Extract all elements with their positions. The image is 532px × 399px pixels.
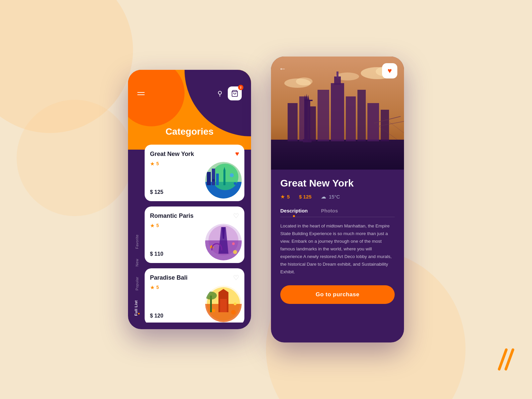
back-button[interactable]: ← xyxy=(279,65,286,73)
topbar-right: ⚲ 2 xyxy=(217,86,242,100)
meta-star-icon: ★ xyxy=(280,194,285,200)
slash-decoration xyxy=(500,348,512,372)
header-background xyxy=(128,70,251,150)
svg-point-30 xyxy=(231,310,236,315)
svg-point-10 xyxy=(212,179,215,182)
detail-meta: ★ 5 $ 125 ☁ 15°C xyxy=(280,194,395,200)
svg-rect-47 xyxy=(346,96,356,141)
menu-icon[interactable] xyxy=(137,92,145,95)
cloud-icon: ☁ xyxy=(321,194,326,200)
svg-point-12 xyxy=(234,182,236,185)
meta-price: $ 125 xyxy=(299,194,312,200)
svg-rect-39 xyxy=(271,140,404,170)
svg-rect-40 xyxy=(331,83,344,141)
menu-line-2 xyxy=(137,94,145,95)
svg-point-21 xyxy=(233,250,237,254)
card-paris-rating: 5 xyxy=(156,223,159,228)
svg-point-31 xyxy=(234,303,236,305)
svg-point-37 xyxy=(296,77,313,85)
detail-content: Great New York ★ 5 $ 125 ☁ 15°C Descript… xyxy=(271,170,404,312)
svg-point-32 xyxy=(212,309,215,312)
card-bali-heart[interactable]: ♡ xyxy=(233,274,239,282)
svg-point-11 xyxy=(230,173,234,177)
star-icon-bali: ★ xyxy=(150,284,155,291)
detail-heart-button[interactable]: ♥ xyxy=(382,63,397,78)
svg-rect-7 xyxy=(216,174,219,185)
card-ny-image xyxy=(205,162,242,199)
phones-container: ⚲ 2 Categories Favorite New Popular Full… xyxy=(128,57,404,342)
cart-button[interactable]: 2 xyxy=(228,86,242,100)
sidebar-item-favorite[interactable]: Favorite xyxy=(135,234,139,249)
card-bali[interactable]: Paradise Bali ★ 5 $ 120 ♡ xyxy=(145,268,244,323)
meta-temperature: ☁ 15°C xyxy=(321,194,340,200)
card-ny-title: Great New York xyxy=(150,151,200,158)
svg-point-20 xyxy=(232,242,235,245)
sidebar-item-new[interactable]: New xyxy=(135,259,139,267)
detail-hero: ← ♥ xyxy=(271,57,404,170)
card-ny[interactable]: Great New York ★ 5 $ 125 ♥ xyxy=(145,145,244,201)
meta-temp-value: 15°C xyxy=(329,194,340,200)
star-icon-paris: ★ xyxy=(150,222,155,229)
svg-rect-5 xyxy=(207,172,211,185)
meta-rating: ★ 5 xyxy=(280,194,290,200)
svg-rect-56 xyxy=(304,100,313,101)
purchase-button[interactable]: Go to purchase xyxy=(280,285,395,304)
tab-photos[interactable]: Photos xyxy=(321,208,338,217)
card-ny-heart[interactable]: ♥ xyxy=(235,150,239,158)
svg-rect-48 xyxy=(357,90,366,141)
card-bali-image xyxy=(205,286,242,322)
left-phone: ⚲ 2 Categories Favorite New Popular Full… xyxy=(128,70,251,329)
svg-rect-60 xyxy=(303,139,312,142)
menu-line-1 xyxy=(137,92,145,93)
detail-tabs: Description Photos xyxy=(280,208,395,217)
categories-title: Categories xyxy=(128,126,251,137)
card-paris-image xyxy=(205,224,242,260)
left-topbar: ⚲ 2 xyxy=(128,86,251,100)
meta-price-value: $ 125 xyxy=(299,194,312,200)
svg-rect-46 xyxy=(318,90,329,141)
card-bali-rating: 5 xyxy=(156,285,159,290)
svg-rect-55 xyxy=(304,100,310,140)
search-icon[interactable]: ⚲ xyxy=(217,89,222,97)
card-paris[interactable]: Romantic Paris ★ 5 $ 110 ♡ xyxy=(145,206,244,263)
detail-title: Great New York xyxy=(280,178,395,189)
card-paris-heart[interactable]: ♡ xyxy=(233,212,239,220)
svg-rect-43 xyxy=(288,103,298,141)
cards-area: Great New York ★ 5 $ 125 ♥ xyxy=(145,145,246,323)
card-ny-rating: 5 xyxy=(156,161,159,166)
cart-badge: 2 xyxy=(238,85,243,90)
detail-description: Located in the heart of midtown Manhatta… xyxy=(280,222,395,276)
cart-icon xyxy=(231,90,238,97)
svg-rect-6 xyxy=(212,169,215,185)
side-nav: Favorite New Popular Full List xyxy=(134,163,140,316)
card-bali-title: Paradise Bali xyxy=(150,274,200,282)
paris-illustration-svg xyxy=(205,224,242,260)
sidebar-item-popular[interactable]: Popular xyxy=(135,277,139,290)
ny-illustration-svg xyxy=(205,162,242,199)
tab-description[interactable]: Description xyxy=(280,208,308,217)
svg-rect-42 xyxy=(336,71,338,78)
active-dot xyxy=(138,313,140,315)
svg-rect-27 xyxy=(220,299,227,312)
right-phone: ← ♥ Great New York ★ 5 $ 125 ☁ 15°C xyxy=(271,57,404,342)
heart-icon-filled: ♥ xyxy=(387,66,392,75)
sidebar-item-fulllist[interactable]: Full List xyxy=(134,300,140,316)
star-icon: ★ xyxy=(150,161,155,167)
bg-decoration-3 xyxy=(17,100,133,216)
meta-rating-value: 5 xyxy=(287,194,290,200)
svg-rect-8 xyxy=(223,170,225,185)
card-paris-title: Romantic Paris xyxy=(150,212,200,220)
bali-illustration-svg xyxy=(205,286,242,322)
svg-point-29 xyxy=(205,292,217,300)
